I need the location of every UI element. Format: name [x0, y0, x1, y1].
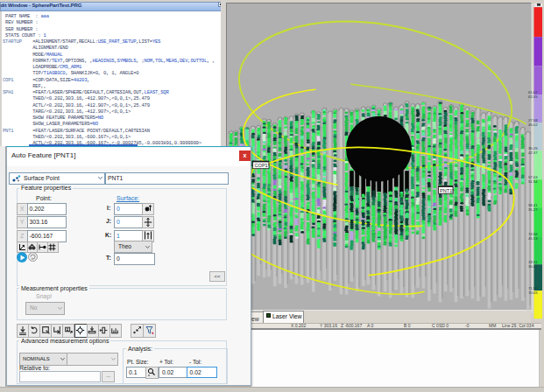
svg-text:COP1*: COP1* — [254, 163, 270, 168]
svg-text:42.37: 42.37 — [528, 150, 538, 155]
svg-text:19.31: 19.31 — [528, 260, 538, 264]
svg-text:45.13: 45.13 — [528, 236, 538, 241]
svg-text:71.92: 71.92 — [528, 286, 538, 290]
svg-text:35.26: 35.26 — [528, 146, 538, 150]
svg-text:57.03: 57.03 — [528, 175, 538, 179]
svg-text:74.56: 74.56 — [528, 232, 538, 236]
svg-text:62.45: 62.45 — [528, 94, 538, 99]
svg-text:PNT1*: PNT1* — [440, 187, 455, 192]
svg-text:27.58: 27.58 — [528, 118, 538, 122]
svg-text:51.54: 51.54 — [528, 179, 538, 184]
svg-text:58.41: 58.41 — [528, 203, 538, 207]
svg-text:70.05: 70.05 — [528, 290, 538, 295]
svg-text:30.41: 30.41 — [528, 264, 538, 269]
svg-text:35.27: 35.27 — [528, 207, 538, 212]
svg-text:45.02: 45.02 — [528, 122, 538, 127]
svg-text:61.07: 61.07 — [528, 90, 538, 94]
